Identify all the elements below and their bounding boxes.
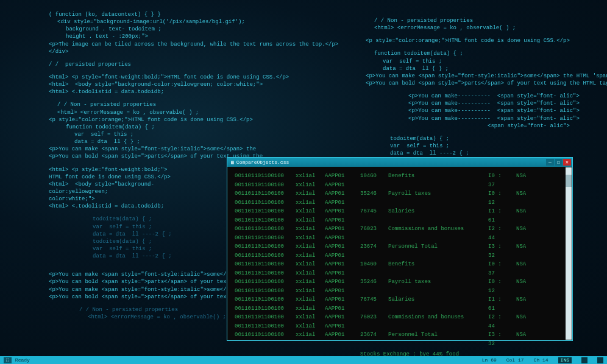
- row-time: I2 : 44: [488, 313, 510, 331]
- app-row: AAPP01: [325, 322, 349, 331]
- binary-row: 001101101100100: [235, 216, 285, 225]
- maximize-button[interactable]: ☐: [555, 159, 563, 166]
- table-row: 35246Payroll taxesI0 : 12NSA: [360, 278, 532, 295]
- app-row: AAPP01: [325, 189, 349, 198]
- data-column: 10460BenefitsI0 : 37NSA35246Payroll taxe…: [360, 172, 532, 335]
- row-src: NSA: [516, 189, 532, 207]
- row-src: NSA: [516, 242, 532, 260]
- binary-row: 001101101100100: [235, 189, 285, 198]
- app-row: AAPP01: [325, 304, 349, 313]
- status-col: Col 17: [506, 357, 524, 363]
- binary-column: 0011011011001000011011011001000011011011…: [235, 172, 285, 335]
- binary-row: 001101101100100: [235, 304, 285, 313]
- row-src: NSA: [516, 207, 532, 225]
- row-num: 23674: [360, 331, 382, 348]
- row-src: NSA: [516, 260, 532, 278]
- table-row: 76023Commissions and bonusesI2 : 44NSA: [360, 313, 532, 331]
- notification-icon[interactable]: [581, 357, 587, 363]
- binary-row: 001101101100100: [235, 322, 285, 331]
- row-num: 76023: [360, 225, 382, 242]
- row-label: Personnel Total: [388, 242, 482, 260]
- status-ready: Ready: [15, 357, 30, 363]
- row-time: I3 : 32: [488, 331, 510, 348]
- window-body: 0011011011001000011011011001000011011011…: [227, 167, 572, 340]
- row-src: NSA: [516, 295, 532, 313]
- binary-row: 001101101100100: [235, 331, 285, 340]
- row-time: I1 : 01: [488, 207, 510, 225]
- code-row: xxl1al: [296, 181, 314, 190]
- table-row: 76745SalariesI1 : 01NSA: [360, 295, 532, 313]
- row-label: Personnel Total: [388, 331, 482, 348]
- window-title: CompareObjects.css: [236, 159, 546, 165]
- binary-row: 001101101100100: [235, 172, 285, 181]
- status-ins[interactable]: INS: [558, 357, 572, 363]
- code-row: xxl1al: [296, 269, 314, 278]
- binary-row: 001101101100100: [235, 198, 285, 208]
- binary-row: 001101101100100: [235, 287, 285, 296]
- code-row: xxl1al: [296, 278, 314, 287]
- status-line: Ln 69: [482, 357, 497, 363]
- row-label: Commissions and bonuses: [388, 225, 482, 242]
- code-row: xxl1al: [296, 304, 314, 313]
- scrollbar-thumb[interactable]: [566, 175, 572, 187]
- app-row: AAPP01: [325, 225, 349, 234]
- row-num: 10460: [360, 260, 382, 278]
- scrollbar[interactable]: [566, 167, 572, 340]
- code-row: xxl1al: [296, 234, 314, 243]
- background-code-right: / / Non - persisted properties <html> <e…: [366, 17, 597, 157]
- binary-row: 001101101100100: [235, 295, 285, 304]
- app-row: AAPP01: [325, 242, 349, 251]
- row-label: Payroll taxes: [388, 189, 482, 207]
- row-label: Commissions and bonuses: [388, 313, 482, 331]
- feedback-icon[interactable]: [597, 357, 603, 363]
- binary-row: 001101101100100: [235, 278, 285, 287]
- table-row: 23674Personnel TotalI3 : 32NSA: [360, 331, 532, 348]
- binary-row: 001101101100100: [235, 251, 285, 261]
- app-row: AAPP01: [325, 331, 349, 340]
- row-src: NSA: [516, 313, 532, 331]
- code-row: xxl1al: [296, 225, 314, 234]
- code-row: xxl1al: [296, 313, 314, 322]
- row-time: I3 : 32: [488, 242, 510, 260]
- binary-row: 001101101100100: [235, 269, 285, 278]
- compare-objects-window[interactable]: ▦ CompareObjects.css ─ ☐ ✕ 0011011011001…: [227, 157, 573, 341]
- row-num: 76745: [360, 207, 382, 225]
- code-row: xxl1al: [296, 331, 314, 340]
- row-label: Benefits: [388, 172, 482, 189]
- status-ch: Ch 14: [534, 357, 548, 363]
- binary-row: 001101101100100: [235, 181, 285, 190]
- code-row: xxl1al: [296, 207, 314, 216]
- binary-row: 001101101100100: [235, 313, 285, 322]
- table-row: 10460BenefitsI0 : 37NSA: [360, 260, 532, 278]
- code-row: xxl1al: [296, 295, 314, 304]
- code-row: xxl1al: [296, 172, 314, 181]
- app-row: AAPP01: [325, 260, 349, 269]
- code-row: xxl1al: [296, 198, 314, 208]
- app-row: AAPP01: [325, 269, 349, 278]
- app-row: AAPP01: [325, 216, 349, 225]
- app-row: AAPP01: [325, 287, 349, 296]
- row-src: NSA: [516, 172, 532, 189]
- row-num: 76745: [360, 295, 382, 313]
- minimize-button[interactable]: ─: [546, 159, 554, 166]
- row-num: 10460: [360, 172, 382, 189]
- binary-row: 001101101100100: [235, 242, 285, 251]
- close-button[interactable]: ✕: [563, 159, 571, 166]
- app-row: AAPP01: [325, 181, 349, 190]
- app-row: AAPP01: [325, 251, 349, 261]
- table-row: 10460BenefitsI0 : 37NSA: [360, 172, 532, 189]
- status-bar: ⬚ Ready Ln 69 Col 17 Ch 14 INS: [0, 356, 607, 364]
- row-num: 35246: [360, 278, 382, 295]
- app-row: AAPP01: [325, 295, 349, 304]
- titlebar[interactable]: ▦ CompareObjects.css ─ ☐ ✕: [227, 158, 572, 167]
- row-time: I0 : 37: [488, 172, 510, 189]
- code-row: xxl1al: [296, 287, 314, 296]
- row-src: NSA: [516, 225, 532, 242]
- app-column: AAPP01AAPP01AAPP01AAPP01AAPP01AAPP01AAPP…: [325, 172, 349, 335]
- row-time: I0 : 37: [488, 260, 510, 278]
- row-time: I0 : 12: [488, 278, 510, 295]
- row-num: 76023: [360, 313, 382, 331]
- table-row: 76745SalariesI1 : 01NSA: [360, 207, 532, 225]
- code-row: xxl1al: [296, 251, 314, 261]
- code-row: xxl1al: [296, 242, 314, 251]
